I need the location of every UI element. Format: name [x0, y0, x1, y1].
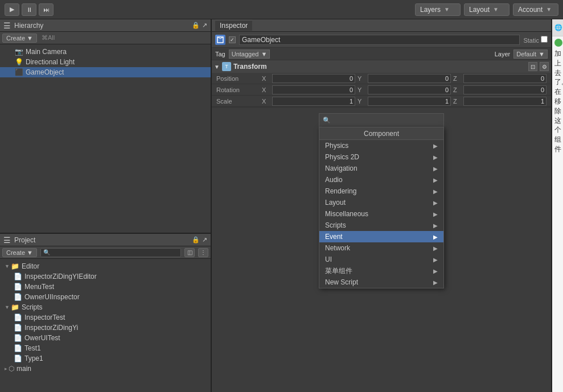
menu-item-physics[interactable]: Physics ▶: [319, 140, 443, 151]
hierarchy-item-directional-light[interactable]: 💡 Directional Light: [0, 57, 211, 67]
project-item-inspector-test[interactable]: 📄 InspectorTest: [0, 312, 211, 323]
project-item-editor-folder[interactable]: ▼ 📁 Editor: [0, 261, 211, 271]
physics-arrow-icon: ▶: [433, 143, 438, 149]
hierarchy-item-gameobject[interactable]: ⬛ GameObject: [0, 67, 211, 77]
cs-icon: 📄: [14, 334, 22, 342]
menu-item-scripts[interactable]: Scripts ▶: [319, 220, 443, 231]
create-arrow-icon: ▼: [27, 35, 33, 42]
project-item-type1[interactable]: 📄 Type1: [0, 353, 211, 364]
transform-settings-icon[interactable]: ⚙: [540, 62, 549, 71]
layers-dropdown[interactable]: Layers ▼: [415, 3, 461, 16]
menu-item-ui[interactable]: UI ▶: [319, 254, 443, 265]
layer-label: Layer: [495, 51, 511, 57]
position-fields: X Y Z: [262, 74, 546, 83]
position-y-field[interactable]: [368, 74, 451, 83]
tag-label: Tag: [215, 51, 225, 57]
position-z-field[interactable]: [463, 74, 546, 83]
cs-icon: 📄: [14, 293, 22, 301]
transform-copy-icon[interactable]: ⊡: [528, 62, 537, 71]
transform-header[interactable]: ▼ T Transform ⊡ ⚙: [212, 60, 551, 73]
project-item-menu-test[interactable]: 📄 MenuTest: [0, 282, 211, 292]
create-label: Create: [6, 35, 25, 42]
transform-icon: T: [222, 62, 231, 71]
project-item-ower-ui-test[interactable]: 📄 OwerUITest: [0, 333, 211, 343]
menu-item-rendering[interactable]: Rendering ▶: [319, 185, 443, 197]
pause-button[interactable]: ⏸: [22, 3, 36, 16]
expand-icon: ↗: [202, 22, 207, 29]
play-button[interactable]: ▶: [5, 3, 19, 16]
hierarchy-menu-icon: ☰: [3, 21, 11, 30]
menu-item-audio[interactable]: Audio ▶: [319, 174, 443, 185]
menu-item-physics2d[interactable]: Physics 2D ▶: [319, 151, 443, 163]
menu-item-network[interactable]: Network ▶: [319, 242, 443, 254]
static-toggle[interactable]: [541, 36, 548, 43]
project-create-button[interactable]: Create ▼: [2, 248, 37, 257]
menu-item-event[interactable]: Event ▶: [319, 231, 443, 242]
rotation-y-label: Y: [357, 86, 365, 93]
component-search-input[interactable]: [333, 117, 440, 124]
event-arrow-icon: ▶: [433, 234, 438, 240]
project-header-icons: 🔒 ↗: [192, 236, 207, 244]
menu-item-navigation[interactable]: Navigation ▶: [319, 163, 443, 174]
layout-arrow-icon: ▶: [433, 200, 438, 206]
position-x-field[interactable]: [272, 74, 355, 83]
position-label: Position: [216, 75, 262, 82]
project-view-button2[interactable]: ⋮: [198, 248, 208, 257]
rendering-arrow-icon: ▶: [433, 188, 438, 195]
physics2d-arrow-icon: ▶: [433, 154, 438, 160]
left-panel: ☰ Hierarchy 🔒 ↗ Create ▼ ⌘All 📷 Main Cam…: [0, 19, 211, 392]
static-checkbox[interactable]: Static: [523, 36, 548, 44]
tag-dropdown[interactable]: Untagged ▼: [229, 49, 270, 59]
layout-label: Layout: [325, 199, 346, 207]
hierarchy-toolbar: Create ▼ ⌘All: [0, 32, 211, 44]
add-component-container: 🔍 Component Physics ▶ Physics 2D ▶: [319, 113, 444, 288]
browser-toolbar: 🌐 网银 | Aa 翻译 | ✂ 截图: [552, 19, 563, 36]
project-item-inspector-zi[interactable]: 📄 InspectorZiDingYi: [0, 323, 211, 333]
miscellaneous-label: Miscellaneous: [325, 210, 368, 218]
project-item-inspector-editor[interactable]: 📄 InspectorZiDingYIEditor: [0, 271, 211, 282]
item-label: OwnerUIInspector: [24, 293, 80, 301]
transform-collapse-icon: ▼: [214, 64, 220, 70]
gameobject-name-field[interactable]: [239, 35, 520, 45]
tag-layer-row: Tag Untagged ▼ Layer Default ▼: [212, 48, 551, 60]
gameobject-active-checkbox[interactable]: ✓: [229, 36, 236, 43]
menu-item-miscellaneous[interactable]: Miscellaneous ▶: [319, 208, 443, 220]
item-label: Scripts: [22, 303, 43, 311]
browser-content: 加上去了。在移除这个组件: [552, 36, 563, 392]
project-create-label: Create: [6, 249, 25, 256]
audio-arrow-icon: ▶: [433, 177, 438, 183]
layer-dropdown[interactable]: Default ▼: [513, 49, 548, 59]
menu-item-caidan[interactable]: 菜单组件 ▶: [319, 265, 443, 277]
scale-x-field[interactable]: [272, 97, 355, 106]
project-item-main-scene[interactable]: ▸ ⬡ main: [0, 364, 211, 374]
scripts-arrow-icon: ▶: [433, 222, 438, 229]
layout-dropdown[interactable]: Layout ▼: [464, 3, 509, 16]
component-search-row: 🔍: [319, 113, 444, 127]
menu-item-layout[interactable]: Layout ▶: [319, 197, 443, 208]
item-label: GameObject: [26, 68, 64, 76]
step-button[interactable]: ⏭: [39, 3, 54, 16]
rotation-z-field[interactable]: [463, 85, 546, 94]
cs-icon: 📄: [14, 324, 22, 332]
project-item-scripts-folder[interactable]: ▼ 📁 Scripts: [0, 302, 211, 312]
scale-z-field[interactable]: [463, 97, 546, 106]
project-item-owner-ui-inspector[interactable]: 📄 OwnerUIInspector: [0, 292, 211, 302]
caidan-label: 菜单组件: [325, 266, 352, 276]
hierarchy-create-button[interactable]: Create ▼: [2, 34, 37, 43]
hierarchy-item-main-camera[interactable]: 📷 Main Camera: [0, 47, 211, 57]
project-search-box[interactable]: 🔍: [40, 248, 181, 257]
menu-item-new-script[interactable]: New Script ▶: [319, 277, 443, 288]
project-view-button1[interactable]: ◫: [184, 248, 195, 257]
project-expand-icon: ↗: [202, 236, 207, 244]
rotation-y-field[interactable]: [368, 85, 451, 94]
static-label: Static: [523, 37, 539, 44]
scene-icon: ⬡: [9, 365, 14, 373]
rotation-x-field[interactable]: [272, 85, 355, 94]
scale-y-field[interactable]: [368, 97, 451, 106]
main-area: ☰ Hierarchy 🔒 ↗ Create ▼ ⌘All 📷 Main Cam…: [0, 19, 563, 392]
cs-icon: 📄: [14, 273, 22, 280]
project-item-test1[interactable]: 📄 Test1: [0, 343, 211, 353]
physics2d-label: Physics 2D: [325, 153, 359, 161]
account-dropdown[interactable]: Account ▼: [513, 3, 558, 16]
inspector-tab[interactable]: Inspector: [215, 20, 252, 31]
